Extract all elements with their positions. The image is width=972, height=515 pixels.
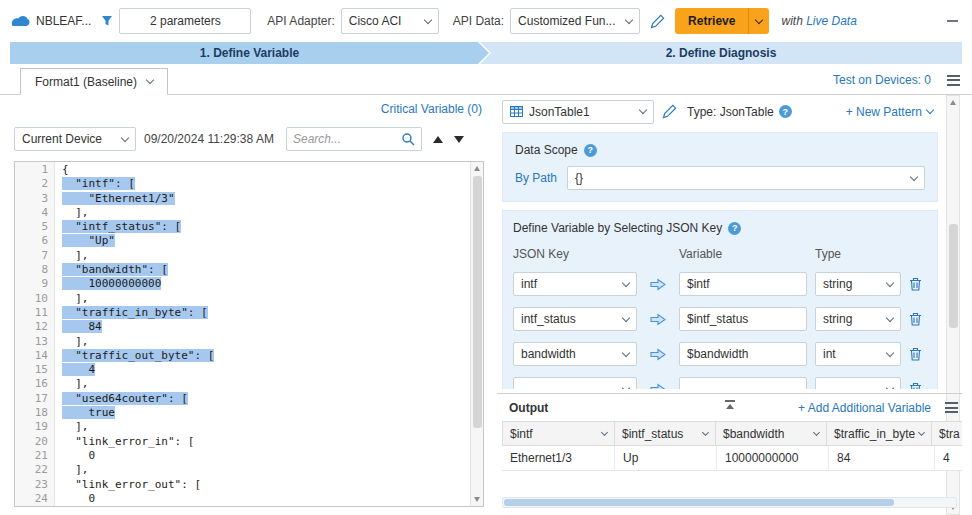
editor-scrollbar[interactable] xyxy=(470,162,483,506)
code-text: 4 xyxy=(55,363,95,377)
map-arrow-icon xyxy=(645,278,671,291)
code-line[interactable]: 22 ], xyxy=(15,463,470,477)
tab-menu-icon[interactable] xyxy=(947,75,960,86)
variable-name-input[interactable] xyxy=(679,342,807,366)
add-additional-variable-link[interactable]: + Add Additional Variable xyxy=(798,401,931,415)
output-column-header[interactable]: $bandwidth xyxy=(715,421,827,446)
code-line[interactable]: 4 ], xyxy=(15,206,470,220)
retrieve-dropdown-button[interactable] xyxy=(748,8,769,34)
code-text: "intf": [ xyxy=(55,177,135,191)
pattern-scroll-area: Data Scope ? By Path {} Define Variable … xyxy=(497,132,962,389)
help-icon[interactable]: ? xyxy=(584,144,597,157)
prev-match-button[interactable] xyxy=(433,136,443,143)
code-line[interactable]: 12 84 xyxy=(15,320,470,334)
code-line[interactable]: 3 "Ethernet1/3" xyxy=(15,192,470,206)
delete-variable-icon[interactable] xyxy=(909,312,927,326)
chevron-down-icon xyxy=(639,106,647,114)
scroll-down-icon[interactable] xyxy=(474,497,480,502)
collapse-output-icon[interactable] xyxy=(725,400,735,409)
retrieve-button[interactable]: Retrieve xyxy=(675,8,748,34)
minimize-icon[interactable] xyxy=(947,20,958,23)
variable-name-input[interactable] xyxy=(679,272,807,296)
edit-pencil-icon[interactable] xyxy=(650,14,665,29)
chevron-down-icon xyxy=(926,106,934,114)
json-key-select[interactable] xyxy=(513,377,637,389)
col-type: Type xyxy=(815,247,901,261)
variable-name-input[interactable] xyxy=(679,307,807,331)
help-icon[interactable]: ? xyxy=(779,105,792,118)
output-table: $intf$intf_status$bandwidth$traffic_in_b… xyxy=(502,421,962,471)
type-select[interactable]: string xyxy=(815,272,901,296)
data-scope-card: Data Scope ? By Path {} xyxy=(502,132,938,202)
step-define-variable[interactable]: 1. Define Variable xyxy=(10,42,489,64)
output-column-header[interactable]: $intf_status xyxy=(614,421,716,446)
step-define-diagnosis[interactable]: 2. Define Diagnosis xyxy=(480,42,962,64)
critical-variable-link[interactable]: Critical Variable (0) xyxy=(381,102,482,116)
scroll-up-icon[interactable] xyxy=(474,166,480,171)
code-line[interactable]: 18 true xyxy=(15,406,470,420)
variable-name-input[interactable] xyxy=(679,377,807,389)
code-line[interactable]: 5 "intf_status": [ xyxy=(15,220,470,234)
code-line[interactable]: 7 ], xyxy=(15,249,470,263)
path-select[interactable]: {} xyxy=(567,166,925,190)
code-line[interactable]: 13 ], xyxy=(15,335,470,349)
pattern-select[interactable]: JsonTable1 xyxy=(502,100,654,124)
help-icon[interactable]: ? xyxy=(728,222,741,235)
tab-format1-baseline[interactable]: Format1 (Baseline) xyxy=(20,68,168,95)
code-line[interactable]: 1{ xyxy=(15,163,470,177)
code-line[interactable]: 9 10000000000 xyxy=(15,277,470,291)
next-match-button[interactable] xyxy=(454,136,464,143)
line-number: 13 xyxy=(15,335,55,349)
code-line[interactable]: 20 "link_error_in": [ xyxy=(15,435,470,449)
json-key-select[interactable]: intf xyxy=(513,272,637,296)
delete-variable-icon[interactable] xyxy=(909,277,927,291)
search-input[interactable] xyxy=(293,132,401,146)
code-line[interactable]: 2 "intf": [ xyxy=(15,177,470,191)
code-line[interactable]: 10 ], xyxy=(15,292,470,306)
code-line[interactable]: 17 "used64couter": [ xyxy=(15,392,470,406)
output-column-header[interactable]: $intf xyxy=(502,421,615,446)
chevron-down-icon xyxy=(121,133,129,141)
json-key-select[interactable]: intf_status xyxy=(513,307,637,331)
code-line[interactable]: 19 ], xyxy=(15,420,470,434)
output-cell: Up xyxy=(615,446,717,471)
parameters-box[interactable]: 2 parameters xyxy=(119,8,251,34)
delete-variable-icon[interactable] xyxy=(909,382,927,389)
code-line[interactable]: 8 "bandwidth": [ xyxy=(15,263,470,277)
scroll-up-icon[interactable] xyxy=(950,100,956,105)
code-line[interactable]: 14 "traffic_out_byte": [ xyxy=(15,349,470,363)
line-number: 4 xyxy=(15,206,55,220)
code-line[interactable]: 21 0 xyxy=(15,449,470,463)
code-line[interactable]: 15 4 xyxy=(15,363,470,377)
type-select[interactable] xyxy=(815,377,901,389)
search-icon[interactable] xyxy=(401,132,415,146)
json-editor: 1{2 "intf": [3 "Ethernet1/3"4 ],5 "intf_… xyxy=(14,161,484,507)
code-line[interactable]: 23 "link_error_out": [ xyxy=(15,478,470,492)
output-column-header[interactable]: $tra xyxy=(931,421,962,446)
code-line[interactable]: 11 "traffic_in_byte": [ xyxy=(15,306,470,320)
test-on-devices-link[interactable]: Test on Devices: 0 xyxy=(833,73,931,87)
code-line[interactable]: 24 0 xyxy=(15,492,470,506)
type-select[interactable]: int xyxy=(815,342,901,366)
code-line[interactable]: 6 "Up" xyxy=(15,234,470,248)
scrollbar-thumb[interactable] xyxy=(473,176,482,428)
new-pattern-link[interactable]: + New Pattern xyxy=(846,105,922,119)
json-key-select[interactable]: bandwidth xyxy=(513,342,637,366)
line-number: 18 xyxy=(15,406,55,420)
code-line[interactable]: 16 ], xyxy=(15,377,470,391)
device-select[interactable]: Current Device xyxy=(14,127,136,151)
output-menu-icon[interactable] xyxy=(945,402,958,413)
code-lines: 1{2 "intf": [3 "Ethernet1/3"4 ],5 "intf_… xyxy=(15,163,470,506)
line-number: 24 xyxy=(15,492,55,506)
api-adapter-select[interactable]: Cisco ACI xyxy=(341,8,439,34)
edit-pencil-icon[interactable] xyxy=(662,104,677,119)
output-hscrollbar[interactable] xyxy=(502,497,957,508)
output-column-header[interactable]: $traffic_in_byte xyxy=(826,421,932,446)
code-text: ], xyxy=(55,335,89,349)
scrollbar-thumb[interactable] xyxy=(949,224,958,328)
data-scope-title: Data Scope xyxy=(515,143,578,157)
hscrollbar-thumb[interactable] xyxy=(504,499,894,506)
type-select[interactable]: string xyxy=(815,307,901,331)
delete-variable-icon[interactable] xyxy=(909,347,927,361)
api-data-select[interactable]: Customized Fun... xyxy=(510,8,640,34)
